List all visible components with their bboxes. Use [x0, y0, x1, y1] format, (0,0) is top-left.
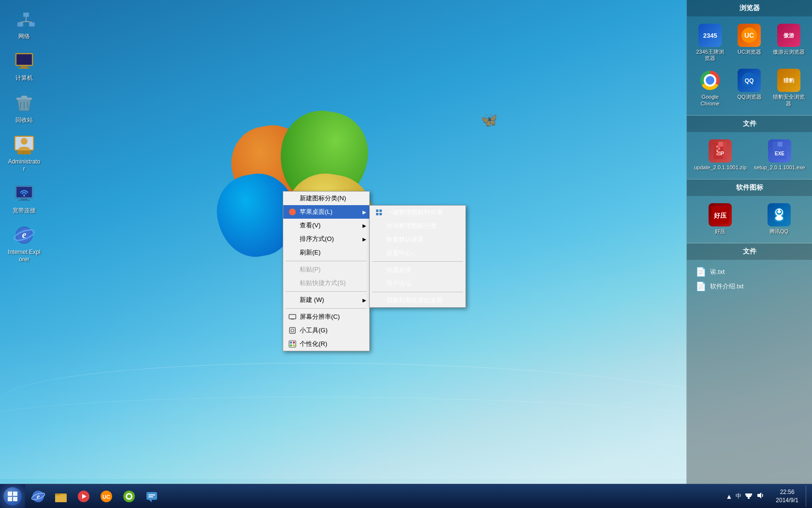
svg-rect-36 [716, 146, 718, 148]
txt-file-icon: 📄 [696, 267, 706, 277]
submenu-feedback[interactable]: 快速反馈 [370, 263, 465, 277]
panel-icon-2345[interactable]: 2345 2345王牌浏览器 [692, 21, 728, 64]
panel-icon-aoyou[interactable]: 傲游 傲游云浏览器 [770, 21, 807, 64]
menu-item-personalize[interactable]: 个性化(R) [283, 337, 369, 351]
menu-item-new[interactable]: 新建 (W) [283, 293, 369, 307]
submenu-forum-label: 用户论坛 [386, 279, 411, 288]
menu-icon-screen-res [288, 313, 297, 321]
panel-icon-chrome-label: Google Chrome [694, 94, 726, 106]
taskbar-btn-ie[interactable]: e [28, 486, 49, 507]
desktop-icon-admin[interactable]: Administrator [5, 130, 44, 175]
menu-sep2 [286, 291, 367, 292]
show-desktop-button[interactable] [806, 486, 810, 507]
menu-icon-sort [288, 235, 297, 243]
menu-icon-view [288, 221, 297, 230]
panel-icon-chrome[interactable]: Google Chrome [692, 66, 728, 109]
svg-rect-88 [148, 496, 153, 497]
menu-item-view[interactable]: 查看(V) [283, 219, 369, 232]
menu-item-view-label: 查看(V) [300, 221, 320, 230]
desktop-icon-recycle[interactable]: 回收站 [5, 89, 44, 126]
menu-item-paste-shortcut-label: 粘贴快捷方式(S) [300, 279, 346, 287]
menu-sep3 [286, 308, 367, 309]
panel-icon-update-zip[interactable]: ZIP update_2.0.1.1001.zip [692, 137, 749, 173]
svg-point-51 [777, 209, 778, 211]
system-clock[interactable]: 22:56 2014/9/1 [771, 488, 803, 505]
panel-icon-uc[interactable]: UC UC浏览器 [731, 21, 768, 64]
panel-icon-qq-browser[interactable]: QQ QQ浏览器 [731, 66, 768, 109]
svg-marker-86 [149, 500, 152, 502]
desktop-icon-remote[interactable]: 宽带连接 [5, 179, 44, 217]
desktop-icon-computer-label: 计算机 [15, 75, 33, 81]
submenu-auto-arrange[interactable]: 一键整理图标到分类 [370, 206, 465, 219]
menu-item-paste[interactable]: 粘贴(P) [283, 263, 369, 276]
menu-item-sort-label: 排序方式(O) [300, 235, 334, 243]
svg-rect-76 [55, 495, 67, 502]
panel-section-files1-title: 文件 [687, 116, 812, 132]
taskbar-pinned: e UC [28, 486, 162, 507]
panel-file-txt1[interactable]: 📄 诶.txt [692, 265, 807, 279]
menu-icon-apple [288, 208, 297, 216]
submenu-restore-default[interactable]: 恢复默认设置 [370, 233, 465, 246]
tray-show-hidden[interactable]: ▲ [725, 492, 733, 501]
svg-rect-64 [290, 342, 292, 344]
panel-icon-tencent-qq-label: 腾讯QQ [769, 228, 788, 235]
svg-rect-19 [17, 150, 31, 154]
taskbar-btn-360[interactable] [118, 486, 140, 507]
submenu-forum[interactable]: 用户论坛 [370, 277, 465, 290]
menu-item-paste-shortcut[interactable]: 粘贴快捷方式(S) [283, 276, 369, 290]
panel-icon-liebao[interactable]: 猎豹 猎豹安全浏览器 [770, 66, 807, 109]
menu-icon-new-category [288, 194, 297, 203]
svg-rect-11 [21, 96, 27, 98]
panel-icon-qq-browser-label: QQ浏览器 [737, 94, 761, 100]
taskbar-btn-explorer[interactable] [50, 486, 72, 507]
context-menu-container: 新建图标分类(N) 苹果桌面(L) [283, 191, 370, 351]
svg-rect-9 [18, 68, 30, 69]
submenu-restore-original-icon [375, 296, 383, 305]
menu-item-refresh[interactable]: 刷新(E) [283, 246, 369, 259]
menu-item-personalize-label: 个性化(R) [300, 340, 327, 348]
svg-rect-7 [16, 54, 32, 65]
panel-icon-setup-exe[interactable]: EXE setup_2.0.1.1001.exe [752, 137, 808, 173]
panel-section-files2-title: 文件 [687, 243, 812, 260]
taskbar-btn-media[interactable] [73, 486, 94, 507]
desktop-icon-admin-label: Administrator [8, 158, 41, 172]
menu-item-screen-res-label: 屏幕分辨率(C) [300, 313, 340, 321]
panel-icon-haoya[interactable]: 好压 好压 [692, 201, 748, 237]
submenu-sep1 [372, 261, 463, 262]
menu-item-apple-desktop[interactable]: 苹果桌面(L) 一键整理图标到分类 [283, 205, 369, 219]
tray-network[interactable] [744, 491, 754, 502]
panel-icon-tencent-qq[interactable]: 腾讯QQ [751, 201, 807, 237]
menu-item-apple-label: 苹果桌面(L) [300, 208, 333, 216]
taskbar-btn-chat[interactable] [141, 486, 162, 507]
start-orb [3, 487, 22, 506]
right-panel: 浏览器 2345 2345王牌浏览器 UC UC浏览器 [686, 0, 812, 508]
svg-rect-85 [146, 492, 157, 500]
taskbar-right: ▲ 中 22:56 2014/9/ [721, 486, 812, 507]
svg-rect-57 [376, 213, 378, 215]
submenu-auto-manage[interactable]: 自动整理图标分类 [370, 219, 465, 233]
menu-item-gadget[interactable]: 小工具(G) [283, 324, 369, 337]
submenu-settings-center[interactable]: 设置中心... [370, 246, 465, 260]
svg-text:UC: UC [102, 494, 110, 500]
desktop-icon-ie-label: Internet Explorer [8, 249, 41, 263]
svg-rect-59 [289, 314, 296, 319]
desktop-icon-network[interactable]: 网络 [5, 5, 44, 43]
svg-rect-24 [18, 200, 30, 201]
tray-ime[interactable]: 中 [735, 491, 742, 501]
submenu-restore-original[interactable]: 切换到系统原始桌面 [370, 294, 465, 307]
panel-file-txt2[interactable]: 📄 软件介绍.txt [692, 279, 807, 294]
start-button[interactable] [0, 484, 25, 508]
svg-rect-23 [21, 198, 28, 200]
desktop-icon-computer[interactable]: 计算机 [5, 46, 44, 84]
menu-item-new-category[interactable]: 新建图标分类(N) [283, 192, 369, 205]
svg-point-52 [780, 209, 781, 211]
menu-item-sort[interactable]: 排序方式(O) [283, 232, 369, 246]
menu-item-screen-res[interactable]: 屏幕分辨率(C) [283, 310, 369, 324]
tray-volume[interactable] [755, 491, 765, 502]
taskbar-btn-uc[interactable]: UC [96, 486, 117, 507]
svg-rect-68 [8, 492, 12, 496]
svg-text:好压: 好压 [713, 212, 727, 219]
svg-rect-61 [290, 328, 295, 333]
svg-rect-56 [379, 209, 382, 212]
desktop-icon-ie[interactable]: e Internet Explorer [5, 221, 44, 266]
